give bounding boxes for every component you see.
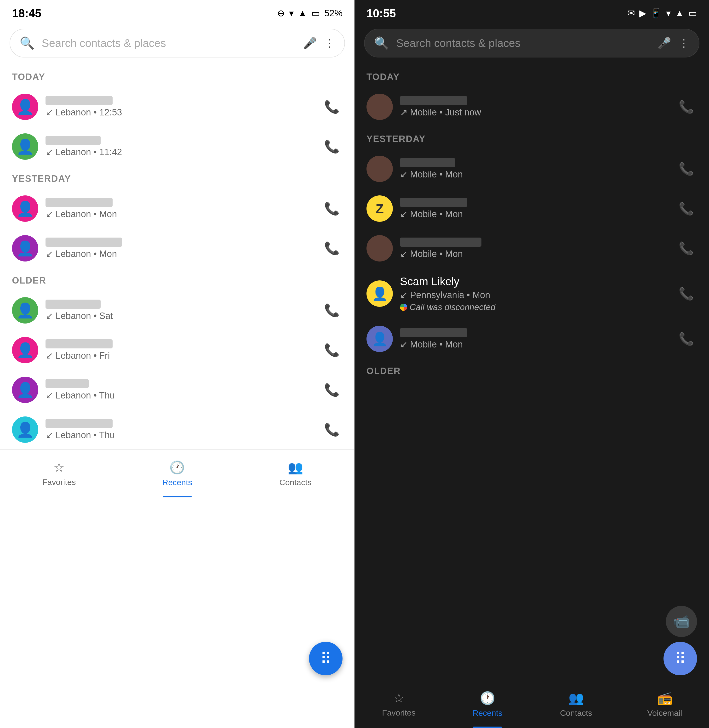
status-icons-right: ✉ ▶ 📱 ▾ ▲ ▭: [627, 8, 697, 19]
nav-recents-right[interactable]: 🕐 Recents: [443, 680, 532, 728]
call-phone-btn[interactable]: 📞: [321, 419, 343, 441]
favorites-label-right: Favorites: [382, 708, 416, 718]
status-bar-left: 18:45 ⊖ ▾ ▲ ▭ 52%: [0, 0, 354, 24]
call-arrow-icon: ↙: [400, 249, 408, 259]
call-arrow-icon: ↙: [45, 350, 53, 361]
search-icon-left: 🔍: [20, 36, 35, 50]
phone-icon: 📞: [678, 241, 694, 256]
avatar: 👤: [12, 377, 38, 403]
nav-favorites-left[interactable]: ☆ Favorites: [0, 450, 118, 497]
voicemail-label-right: Voicemail: [647, 708, 682, 718]
section-today-right: TODAY: [354, 65, 709, 87]
nav-contacts-left[interactable]: 👥 Contacts: [236, 450, 354, 497]
fab-dialpad-left[interactable]: ⠿: [309, 642, 343, 675]
search-bar-left[interactable]: 🔍 Search contacts & places 🎤 ⋮: [10, 29, 345, 57]
call-item[interactable]: 👤 ↙ Lebanon • 12:53 📞: [0, 87, 354, 127]
contact-name-blur: [45, 379, 89, 388]
call-phone-btn[interactable]: 📞: [321, 198, 343, 219]
nav-voicemail-right[interactable]: 📻 Voicemail: [620, 680, 709, 728]
call-phone-btn[interactable]: 📞: [675, 158, 697, 179]
call-arrow-icon: ↙: [45, 430, 53, 441]
voicemail-icon-right: 📻: [657, 691, 673, 706]
phone-icon: 📞: [324, 201, 340, 216]
call-item-scam[interactable]: 👤 Scam Likely ↙ Pennsylvania • Mon Call …: [354, 268, 709, 319]
call-phone-btn[interactable]: 📞: [321, 300, 343, 321]
call-item[interactable]: 👤 ↙ Lebanon • Mon 📞: [0, 189, 354, 229]
fab-video-right[interactable]: 📹: [666, 606, 697, 637]
call-phone-btn[interactable]: 📞: [675, 96, 697, 118]
call-item[interactable]: 👤 ↙ Lebanon • Sat 📞: [0, 290, 354, 330]
avatar-z: Z: [366, 195, 393, 222]
phone-icon: 📞: [678, 332, 694, 346]
call-arrow-icon: ↙: [400, 169, 408, 179]
favorites-icon-right: ☆: [393, 691, 404, 705]
call-info: ↙ Lebanon • 11:42: [45, 136, 314, 158]
call-item-right[interactable]: ↙ Mobile • Mon 📞: [354, 149, 709, 189]
call-note: Call was disconnected: [400, 302, 668, 312]
call-location-time: Mobile • Mon: [410, 249, 463, 259]
fab-dialpad-right[interactable]: ⠿: [664, 642, 697, 675]
battery-icon-right: ▭: [689, 8, 697, 19]
contact-name-blur: [400, 198, 467, 207]
nav-recents-left[interactable]: 🕐 Recents: [118, 450, 236, 497]
call-location-time: Lebanon • Mon: [55, 249, 117, 259]
mic-icon-right[interactable]: 🎤: [658, 36, 671, 50]
call-arrow-icon: ↙: [45, 390, 53, 401]
avatar: 👤: [12, 195, 38, 222]
call-detail: ↙ Mobile • Mon: [400, 169, 668, 179]
call-item-right[interactable]: ↙ Mobile • Mon 📞: [354, 229, 709, 268]
call-item[interactable]: 👤 ↙ Lebanon • Mon 📞: [0, 229, 354, 268]
mic-icon-left[interactable]: 🎤: [303, 36, 317, 50]
call-location-time: Lebanon • Mon: [55, 209, 117, 219]
call-location-time: Lebanon • Thu: [55, 390, 115, 401]
call-item[interactable]: 👤 ↙ Lebanon • 11:42 📞: [0, 127, 354, 166]
phone-icon: 📞: [324, 383, 340, 397]
call-phone-btn[interactable]: 📞: [675, 198, 697, 219]
battery-icon: ▭: [311, 8, 320, 19]
call-location-time: Lebanon • Thu: [55, 430, 115, 441]
search-placeholder-right: Search contacts & places: [396, 36, 650, 50]
call-info: ↙ Lebanon • Thu: [45, 419, 314, 441]
nav-contacts-right[interactable]: 👥 Contacts: [532, 680, 620, 728]
call-info: ↙ Lebanon • 12:53: [45, 96, 314, 118]
call-info: ↙ Lebanon • Fri: [45, 339, 314, 361]
call-detail: ↙ Mobile • Mon: [400, 339, 668, 350]
recents-icon-right: 🕐: [480, 691, 495, 706]
phone-icon: 📞: [678, 286, 694, 301]
call-info: ↙ Mobile • Mon: [400, 238, 668, 259]
contact-name-blur: [45, 419, 112, 428]
call-item-right[interactable]: ↗ Mobile • Just now 📞: [354, 87, 709, 127]
call-phone-btn[interactable]: 📞: [321, 96, 343, 118]
call-detail: ↙ Lebanon • 12:53: [45, 107, 314, 118]
nav-favorites-right[interactable]: ☆ Favorites: [354, 680, 443, 728]
call-location-time: Lebanon • Sat: [55, 311, 113, 321]
contact-name-blur: [45, 136, 101, 145]
avatar-brown1: [366, 156, 393, 182]
phone-icon: 📞: [324, 422, 340, 437]
call-location-time: Mobile • Mon: [410, 169, 463, 179]
call-info: ↙ Lebanon • Mon: [45, 198, 314, 219]
signal-icon: ▲: [298, 8, 307, 19]
call-phone-btn[interactable]: 📞: [321, 339, 343, 361]
call-item-right[interactable]: 👤 ↙ Mobile • Mon 📞: [354, 319, 709, 359]
call-phone-btn[interactable]: 📞: [321, 379, 343, 401]
search-bar-right[interactable]: 🔍 Search contacts & places 🎤 ⋮: [364, 29, 699, 57]
call-phone-btn[interactable]: 📞: [675, 283, 697, 304]
contact-name-blur: [45, 198, 112, 207]
phone-icon: 📞: [678, 162, 694, 176]
call-phone-btn[interactable]: 📞: [675, 328, 697, 350]
call-item[interactable]: 👤 ↙ Lebanon • Thu 📞: [0, 370, 354, 410]
more-icon-left[interactable]: ⋮: [324, 36, 335, 50]
call-item[interactable]: 👤 ↙ Lebanon • Fri 📞: [0, 330, 354, 370]
contacts-label-left: Contacts: [279, 478, 311, 487]
left-panel: 18:45 ⊖ ▾ ▲ ▭ 52% 🔍 Search contacts & pl…: [0, 0, 354, 728]
contacts-icon-right: 👥: [568, 691, 584, 706]
call-item[interactable]: 👤 ↙ Lebanon • Thu 📞: [0, 410, 354, 449]
call-phone-btn[interactable]: 📞: [321, 238, 343, 259]
call-info: ↙ Lebanon • Thu: [45, 379, 314, 401]
call-phone-btn[interactable]: 📞: [321, 136, 343, 158]
active-tab-indicator: [163, 496, 192, 497]
call-phone-btn[interactable]: 📞: [675, 238, 697, 259]
more-icon-right[interactable]: ⋮: [678, 36, 689, 50]
call-item-right[interactable]: Z ↙ Mobile • Mon 📞: [354, 189, 709, 229]
